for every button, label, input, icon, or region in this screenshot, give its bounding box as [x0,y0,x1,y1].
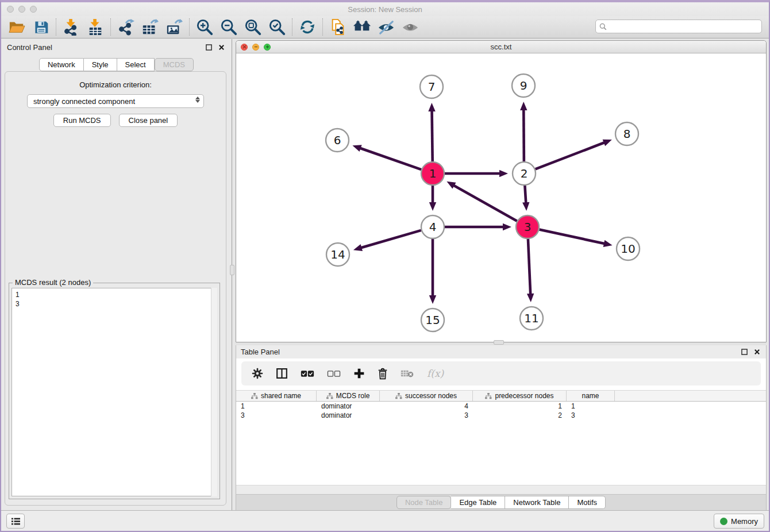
graph-edge-1-2[interactable] [445,170,508,177]
table-cell[interactable]: 1 [567,402,615,411]
export-image-icon [165,18,183,36]
graph-edge-4-3[interactable] [445,223,511,230]
table-cell[interactable]: 3 [567,411,615,420]
import-table-button[interactable] [83,17,107,37]
graph-node-4[interactable]: 4 [421,215,444,238]
table-cell[interactable]: dominator [317,411,380,420]
zoom-out-button[interactable] [217,17,241,37]
graph-node-9[interactable]: 9 [512,74,535,97]
graph-node-10[interactable]: 10 [617,237,640,260]
table-close-icon[interactable] [752,348,761,357]
table-tab-motifs[interactable]: Motifs [569,496,606,509]
zoom-fit-button[interactable] [241,17,265,37]
table-tab-network-table[interactable]: Network Table [505,496,569,509]
search-input[interactable] [609,22,761,31]
column-header-name[interactable]: name [567,391,615,401]
export-image-button[interactable] [162,17,186,37]
table-cell[interactable]: 1 [473,402,567,411]
graph-edge-2-8[interactable] [536,140,612,169]
table-cell[interactable]: 3 [380,411,473,420]
delete-table-button[interactable] [401,369,414,378]
zoom-in-button[interactable] [192,17,217,37]
function-builder-button[interactable]: f(x) [427,368,444,379]
table-float-icon[interactable] [740,348,749,357]
horizontal-split-handle[interactable] [494,340,504,345]
graph-edge-3-10[interactable] [540,229,613,246]
table-cell[interactable]: 2 [473,411,567,420]
column-header-predecessor-nodes[interactable]: predecessor nodes [473,391,567,401]
table-cell[interactable]: 1 [236,402,317,411]
graph-node-8[interactable]: 8 [615,122,638,145]
graph-edge-4-14[interactable] [353,230,421,251]
table-cell[interactable]: dominator [317,402,380,411]
graph-node-11[interactable]: 11 [520,307,543,330]
column-header-MCDS-role[interactable]: MCDS role [317,391,380,401]
column-header-shared-name[interactable]: shared name [236,391,317,401]
table-horizontal-scrollbar[interactable] [236,485,766,494]
table-cell[interactable]: 3 [236,411,317,420]
export-network-button[interactable] [114,17,138,37]
memory-status-icon [720,518,727,525]
graph-edge-3-11[interactable] [527,239,534,302]
table-row[interactable]: 3dominator323 [236,411,766,420]
graph-edge-1-4[interactable] [429,186,436,211]
column-tree-icon [251,393,258,399]
first-neighbors-button[interactable] [350,17,374,37]
criterion-select[interactable]: strongly connected component [27,94,204,108]
tab-network[interactable]: Network [39,58,84,71]
export-table-button[interactable] [138,17,162,37]
table-tab-node-table[interactable]: Node Table [396,496,452,509]
table-row[interactable]: 1dominator411 [236,402,766,411]
delete-column-button[interactable] [378,368,388,380]
new-network-from-selection-button[interactable] [326,17,350,37]
result-scrollbar[interactable] [211,288,217,496]
graph-edge-1-7[interactable] [428,103,435,161]
graph-edge-2-3[interactable] [522,186,529,211]
zoom-selected-button[interactable] [265,17,289,37]
network-maximize-icon[interactable] [264,44,271,51]
show-all-button[interactable] [398,17,422,37]
graph-node-1[interactable]: 1 [421,162,444,185]
column-layout-button[interactable] [276,368,288,379]
search-icon [599,23,607,30]
graph-edge-4-15[interactable] [429,239,436,304]
float-panel-icon[interactable] [204,43,213,52]
network-canvas[interactable]: 7968124314101511 [236,53,766,342]
table-tab-edge-table[interactable]: Edge Table [451,496,505,509]
hide-selected-button[interactable] [374,17,398,37]
graph-node-6[interactable]: 6 [326,129,349,152]
import-network-button[interactable] [59,17,83,37]
close-panel-icon[interactable] [217,43,226,52]
run-mcds-button[interactable]: Run MCDS [53,114,111,127]
select-all-button[interactable] [301,369,314,378]
tab-style[interactable]: Style [84,58,117,71]
svg-text:8: 8 [623,127,631,141]
graph-node-7[interactable]: 7 [420,75,443,98]
memory-button[interactable]: Memory [714,514,764,529]
network-close-icon[interactable] [241,44,248,51]
search-field[interactable] [595,20,762,33]
table-settings-button[interactable] [252,368,263,379]
graph-node-14[interactable]: 14 [326,243,349,266]
network-window-titlebar[interactable]: scc.txt [236,41,766,53]
graph-edge-3-1[interactable] [446,182,517,221]
add-column-button[interactable] [353,368,365,379]
graph-node-2[interactable]: 2 [513,162,536,185]
tab-mcds[interactable]: MCDS [155,58,194,71]
close-panel-button[interactable]: Close panel [119,114,178,127]
vertical-split-handle[interactable] [230,265,234,275]
graph-edge-1-6[interactable] [352,145,421,169]
save-session-button[interactable] [29,17,53,37]
unselect-all-button[interactable] [327,369,341,378]
graph-node-3[interactable]: 3 [516,215,539,238]
column-header-successor-nodes[interactable]: successor nodes [380,391,473,401]
graph-node-15[interactable]: 15 [421,309,444,331]
refresh-view-button[interactable] [295,17,319,37]
graph-edge-2-9[interactable] [520,102,527,161]
task-history-button[interactable] [6,514,25,529]
table-cell[interactable]: 4 [380,402,473,411]
tab-select[interactable]: Select [117,58,155,71]
network-minimize-icon[interactable] [252,44,259,51]
open-file-button[interactable] [5,17,29,37]
mcds-result-text[interactable]: 1 3 [11,288,217,496]
